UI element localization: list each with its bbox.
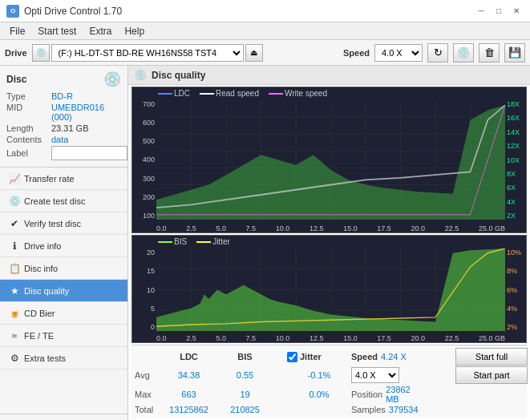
start-full-button[interactable]: Start full xyxy=(455,348,528,365)
y2-20: 20 xyxy=(147,248,155,256)
drivebar: Drive 💿 (F:) HL-DT-ST BD-RE WH16NS58 TST… xyxy=(0,40,530,66)
read-speed-legend-line xyxy=(200,93,214,95)
x1-12.5: 12.5 xyxy=(310,224,324,232)
maximize-button[interactable]: □ xyxy=(492,4,506,18)
menu-extra[interactable]: Extra xyxy=(83,24,118,38)
y2-5: 5 xyxy=(151,305,155,313)
yr1-4x: 4X xyxy=(507,198,516,206)
transfer-rate-label: Transfer rate xyxy=(24,174,75,184)
bis-total: 210825 xyxy=(219,405,271,414)
speed-select[interactable]: 4.0 X xyxy=(374,44,423,62)
menu-start-test[interactable]: Start test xyxy=(31,24,83,38)
save-button[interactable]: 💾 xyxy=(504,43,525,63)
write-speed-legend-label: Write speed xyxy=(285,89,327,98)
contents-label: Contents xyxy=(6,135,48,144)
speed-select-stats[interactable]: 4.0 X xyxy=(351,367,399,383)
length-label: Length xyxy=(6,123,48,133)
yr2-6: 6% xyxy=(507,286,517,294)
titlebar: O Opti Drive Control 1.70 ─ □ ✕ xyxy=(0,0,530,22)
y2-10: 10 xyxy=(147,286,155,294)
type-row: Type BD-R xyxy=(6,91,121,101)
x2-15: 15.0 xyxy=(343,334,358,342)
action-buttons-area: Start full xyxy=(455,348,528,365)
sidebar-item-create-test-disc[interactable]: 💿 Create test disc xyxy=(0,190,127,212)
jitter-checkbox[interactable] xyxy=(287,352,297,362)
max-label: Max xyxy=(135,390,159,399)
x1-17.5: 17.5 xyxy=(377,224,391,232)
sidebar-item-transfer-rate[interactable]: 📈 Transfer rate xyxy=(0,168,127,190)
status-window-button[interactable]: Status window >> xyxy=(0,414,127,420)
speed-header-wrap: Speed 4.24 X xyxy=(351,352,415,361)
chart2-y-left: 20 15 10 5 0 xyxy=(132,248,156,331)
sidebar-item-verify-test-disc[interactable]: ✔ Verify test disc xyxy=(0,212,127,235)
erase-button[interactable]: 🗑 xyxy=(479,43,500,63)
x2-22.5: 22.5 xyxy=(445,334,459,342)
speed-select-wrap: 4.0 X xyxy=(351,367,415,383)
bis-legend: BIS xyxy=(158,237,187,246)
top-chart-legend: LDC Read speed Write speed xyxy=(158,89,327,98)
length-row: Length 23.31 GB xyxy=(6,123,121,133)
speed-val: 4.24 X xyxy=(381,352,407,361)
yr2-4: 4% xyxy=(507,305,517,313)
label-input[interactable] xyxy=(51,146,127,160)
menu-file[interactable]: File xyxy=(3,24,31,38)
disc-info-label: Disc info xyxy=(24,264,58,273)
minimize-button[interactable]: ─ xyxy=(474,4,488,18)
write-speed-legend-line xyxy=(269,93,283,95)
mid-label: MID xyxy=(6,103,48,112)
disc-header: Disc 💿 xyxy=(6,71,121,88)
x1-5: 5.0 xyxy=(216,224,226,232)
type-label: Type xyxy=(6,91,48,101)
sidebar-item-disc-quality[interactable]: ★ Disc quality xyxy=(0,280,127,302)
x2-17.5: 17.5 xyxy=(377,334,391,342)
disc-quality-icon: ★ xyxy=(8,285,21,297)
samples-row-wrap: Samples 379534 xyxy=(351,405,415,414)
start-part-button[interactable]: Start part xyxy=(455,366,528,384)
sidebar-item-extra-tests[interactable]: ⚙ Extra tests xyxy=(0,347,127,370)
samples-val: 379534 xyxy=(389,405,419,414)
jitter-legend-line xyxy=(196,241,211,243)
yr1-14x: 14X xyxy=(507,128,520,136)
bis-legend-line xyxy=(158,241,172,243)
disc-button[interactable]: 💿 xyxy=(453,43,474,63)
sidebar-item-fe-te[interactable]: ≈ FE / TE xyxy=(0,325,127,347)
cd-bier-label: CD Bier xyxy=(24,309,55,318)
chart2-svg xyxy=(156,248,505,331)
x1-25: 25.0 GB xyxy=(479,224,505,232)
yr1-2x: 2X xyxy=(507,212,516,220)
drive-info-label: Drive info xyxy=(24,241,61,251)
avg-label: Avg xyxy=(135,370,159,380)
jitter-header-wrap: Jitter xyxy=(287,352,351,362)
drive-select[interactable]: (F:) HL-DT-ST BD-RE WH16NS58 TST4 xyxy=(51,44,244,62)
yr1-10x: 10X xyxy=(507,156,520,164)
extra-tests-icon: ⚙ xyxy=(8,353,21,364)
jitter-max: 0.0% xyxy=(287,390,351,399)
yr1-6x: 6X xyxy=(507,184,516,192)
eject-button[interactable]: ⏏ xyxy=(245,44,263,62)
content-area: 💿 Disc quality LDC Read speed xyxy=(128,66,530,420)
x2-2.5: 2.5 xyxy=(186,334,196,342)
bis-legend-label: BIS xyxy=(174,237,187,246)
drive-select-wrap: 💿 (F:) HL-DT-ST BD-RE WH16NS58 TST4 ⏏ xyxy=(32,44,338,62)
y1-700: 700 xyxy=(143,100,155,108)
position-label: Position xyxy=(351,390,382,399)
sidebar-item-drive-info[interactable]: ℹ Drive info xyxy=(0,235,127,257)
disc-quality-header-icon: 💿 xyxy=(135,70,147,81)
close-button[interactable]: ✕ xyxy=(509,4,524,18)
ldc-header: LDC xyxy=(159,352,219,361)
top-chart: LDC Read speed Write speed 700 600 xyxy=(131,87,527,233)
chart1-svg xyxy=(156,100,505,220)
total-label: Total xyxy=(135,405,159,414)
sidebar-item-cd-bier[interactable]: 🍺 CD Bier xyxy=(0,302,127,325)
yr2-2: 2% xyxy=(507,323,517,331)
x2-12.5: 12.5 xyxy=(310,334,324,342)
refresh-button[interactable]: ↻ xyxy=(427,43,448,63)
create-disc-label: Create test disc xyxy=(24,196,85,206)
x2-5: 5.0 xyxy=(216,334,226,342)
contents-row: Contents data xyxy=(6,135,121,144)
y1-100: 100 xyxy=(143,212,155,220)
sidebar-item-disc-info[interactable]: 📋 Disc info xyxy=(0,257,127,280)
write-speed-legend: Write speed xyxy=(269,89,327,98)
menu-help[interactable]: Help xyxy=(118,24,151,38)
drive-icon: 💿 xyxy=(32,44,50,62)
